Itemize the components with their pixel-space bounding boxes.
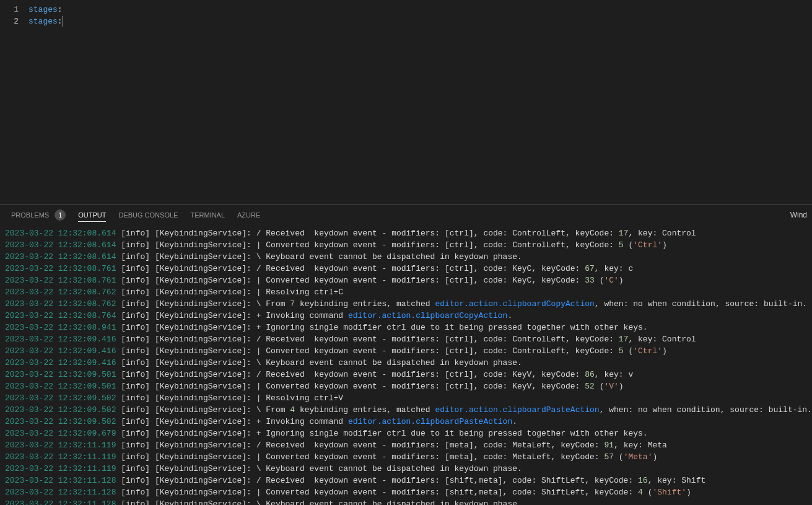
yaml-colon: : <box>58 17 63 26</box>
log-text: / Received keydown event - modifiers: [s… <box>256 476 638 485</box>
log-number: 91 <box>604 441 614 450</box>
log-link[interactable]: editor.action.clipboardPasteAction <box>348 417 512 426</box>
log-line: 2023-03-22 12:32:09.416 [info] [Keybindi… <box>5 333 807 345</box>
log-link[interactable]: editor.action.clipboardCopyAction <box>435 299 594 309</box>
log-string: 'Ctrl' <box>633 240 662 250</box>
log-level: [info] <box>121 429 150 438</box>
log-service: [KeybindingService]: <box>155 476 251 485</box>
log-text: \ Keyboard event cannot be dispatched in… <box>256 499 522 505</box>
log-level: [info] <box>121 441 150 450</box>
log-service: [KeybindingService]: <box>155 417 251 426</box>
log-line: 2023-03-22 12:32:09.502 [info] [Keybindi… <box>5 416 807 428</box>
log-number: 5 <box>619 240 624 250</box>
log-line: 2023-03-22 12:32:11.119 [info] [Keybindi… <box>5 463 807 475</box>
code-content[interactable]: stages: stages: <box>28 0 812 204</box>
output-panel[interactable]: 2023-03-22 12:32:08.614 [info] [Keybindi… <box>0 225 812 505</box>
log-line: 2023-03-22 12:32:09.502 [info] [Keybindi… <box>5 392 807 404</box>
tab-debug-console[interactable]: DEBUG CONSOLE <box>112 205 184 226</box>
log-line: 2023-03-22 12:32:11.128 [info] [Keybindi… <box>5 486 807 498</box>
log-line: 2023-03-22 12:32:11.128 [info] [Keybindi… <box>5 498 807 505</box>
log-text: , key: v <box>595 370 633 379</box>
tab-terminal[interactable]: TERMINAL <box>184 205 231 226</box>
log-timestamp: 2023-03-22 12:32:11.128 <box>5 488 116 497</box>
log-timestamp: 2023-03-22 12:32:08.614 <box>5 229 116 238</box>
log-text: , key: Shift <box>648 476 706 485</box>
log-number: 4 <box>638 488 643 497</box>
log-text: \ Keyboard event cannot be dispatched in… <box>256 358 522 367</box>
yaml-key: stages <box>28 17 58 26</box>
log-service: [KeybindingService]: <box>155 441 251 450</box>
tab-problems[interactable]: PROBLEMS 1 <box>5 205 72 226</box>
log-string: 'V' <box>604 382 618 391</box>
output-channel-selector[interactable]: Wind <box>785 211 812 219</box>
log-text: ) <box>662 240 667 250</box>
tab-label: DEBUG CONSOLE <box>118 211 178 219</box>
log-level: [info] <box>121 311 150 320</box>
yaml-colon: : <box>58 5 63 14</box>
log-line: 2023-03-22 12:32:11.119 [info] [Keybindi… <box>5 439 807 451</box>
text-cursor <box>63 16 63 27</box>
log-service: [KeybindingService]: <box>155 288 251 297</box>
log-level: [info] <box>121 346 150 356</box>
line-number: 2 <box>0 15 19 27</box>
log-service: [KeybindingService]: <box>155 382 251 391</box>
log-level: [info] <box>121 229 150 238</box>
log-text: \ From <box>256 405 290 415</box>
log-line: 2023-03-22 12:32:09.679 [info] [Keybindi… <box>5 428 807 439</box>
log-text: | Converted keydown event - modifiers: [… <box>256 382 585 391</box>
log-text: , key: Meta <box>614 441 667 450</box>
log-timestamp: 2023-03-22 12:32:09.502 <box>5 405 116 415</box>
log-line: 2023-03-22 12:32:08.761 [info] [Keybindi… <box>5 274 807 286</box>
log-link[interactable]: editor.action.clipboardCopyAction <box>348 311 507 320</box>
code-line[interactable]: stages: <box>28 4 812 15</box>
log-level: [info] <box>121 499 150 505</box>
log-number: 52 <box>585 382 595 391</box>
log-string: 'C' <box>604 276 618 285</box>
log-level: [info] <box>121 335 150 344</box>
log-level: [info] <box>121 358 150 367</box>
log-service: [KeybindingService]: <box>155 405 251 415</box>
log-timestamp: 2023-03-22 12:32:08.761 <box>5 264 116 273</box>
log-service: [KeybindingService]: <box>155 346 251 356</box>
log-text: , key: Control <box>628 335 696 344</box>
log-timestamp: 2023-03-22 12:32:08.762 <box>5 299 116 309</box>
log-text: ) <box>619 382 624 391</box>
log-text: ) <box>652 452 657 462</box>
log-service: [KeybindingService]: <box>155 429 251 438</box>
log-text: ( <box>595 276 605 285</box>
log-text: ( <box>614 452 624 462</box>
log-text: . <box>507 311 512 320</box>
log-level: [info] <box>121 276 150 285</box>
log-level: [info] <box>121 417 150 426</box>
log-string: 'Shift' <box>652 488 686 497</box>
line-gutter: 1 2 <box>0 0 28 204</box>
log-string: 'Meta' <box>624 452 653 462</box>
log-level: [info] <box>121 288 150 297</box>
log-level: [info] <box>121 299 150 309</box>
log-timestamp: 2023-03-22 12:32:08.614 <box>5 252 116 261</box>
log-timestamp: 2023-03-22 12:32:08.941 <box>5 323 116 332</box>
log-text: , when: no when condition, source: built… <box>600 405 812 415</box>
log-text: , key: c <box>595 264 633 273</box>
log-service: [KeybindingService]: <box>155 229 251 238</box>
tab-label: PROBLEMS <box>11 211 49 219</box>
log-line: 2023-03-22 12:32:09.416 [info] [Keybindi… <box>5 345 807 357</box>
log-text: ( <box>624 346 634 356</box>
log-text: | Converted keydown event - modifiers: [… <box>256 452 605 462</box>
log-text: + Invoking command <box>256 417 348 426</box>
log-text: + Ignoring single modifier ctrl due to i… <box>256 429 648 438</box>
log-timestamp: 2023-03-22 12:32:09.416 <box>5 346 116 356</box>
code-line[interactable]: stages: <box>28 15 812 27</box>
log-timestamp: 2023-03-22 12:32:08.762 <box>5 288 116 297</box>
tab-azure[interactable]: AZURE <box>231 205 266 226</box>
log-text: keybinding entries, matched <box>295 299 435 309</box>
log-string: 'Ctrl' <box>633 346 662 356</box>
code-editor[interactable]: 1 2 stages: stages: <box>0 0 812 204</box>
log-link[interactable]: editor.action.clipboardPasteAction <box>435 405 599 415</box>
log-text: ( <box>595 382 605 391</box>
log-text: + Invoking command <box>256 311 348 320</box>
log-text: . <box>512 417 517 426</box>
log-line: 2023-03-22 12:32:09.502 [info] [Keybindi… <box>5 404 807 416</box>
tab-output[interactable]: OUTPUT <box>72 205 112 226</box>
log-timestamp: 2023-03-22 12:32:08.614 <box>5 240 116 250</box>
